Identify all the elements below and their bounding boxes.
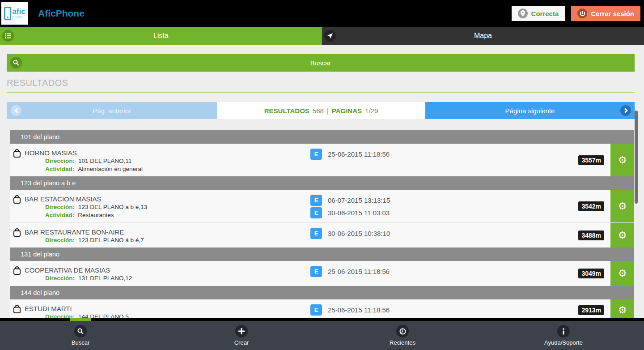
next-page-button[interactable]: Página siguiente: [425, 102, 635, 119]
location-status-label: Correcta: [531, 10, 559, 17]
nav-item-ayuda[interactable]: Ayuda/Soporte: [483, 321, 644, 350]
distance-badge: 3557m: [578, 155, 604, 165]
vertical-scrollbar[interactable]: [635, 111, 638, 204]
item-settings-button[interactable]: ⚙: [610, 261, 634, 286]
chevron-right-icon: [620, 105, 631, 116]
tab-lista-label: Lista: [0, 32, 322, 40]
pagination-bar: Pág. anterior RESULTADOS 568 | PAGINAS 1…: [7, 102, 635, 119]
footer-divider: [0, 318, 644, 321]
event-type-badge: E: [310, 304, 322, 316]
nav-item-crear[interactable]: Crear: [161, 321, 322, 350]
nav-label: Ayuda/Soporte: [544, 339, 583, 346]
search-bar[interactable]: Buscar: [7, 54, 635, 72]
establishment-name: BAR ESTACION MASIAS: [25, 195, 147, 203]
item-settings-button[interactable]: ⚙: [610, 144, 634, 176]
search-icon: [74, 325, 87, 337]
app-logo: afic phone: [1, 2, 28, 25]
event-type-badge: E: [310, 228, 322, 239]
event-type-badge: E: [310, 266, 322, 277]
chevron-left-icon: [11, 105, 21, 116]
gear-icon: ⚙: [618, 201, 627, 211]
event-datetime: 30-06-2015 10:38:10: [328, 230, 390, 237]
distance-badge: 3049m: [578, 269, 604, 278]
pages-label: PAGINAS: [332, 107, 362, 115]
event-type-badge: E: [310, 149, 322, 160]
shop-bag-icon: [13, 149, 21, 158]
group-header: 101 del plano: [10, 130, 634, 144]
gear-icon: ⚙: [618, 230, 627, 240]
establishment-name: HORNO MASIAS: [25, 149, 143, 157]
list-item[interactable]: COOPERATIVA DE MASIAS Dirección:131 DEL …: [10, 261, 634, 286]
shop-bag-icon: [13, 228, 21, 237]
prev-page-label: Pág. anterior: [7, 107, 217, 115]
item-settings-button[interactable]: ⚙: [610, 299, 634, 318]
nav-item-buscar[interactable]: Buscar: [0, 321, 161, 350]
group-header: 131 del plano: [10, 248, 634, 261]
tab-mapa-label: Mapa: [322, 32, 644, 40]
shop-bag-icon: [13, 266, 21, 275]
search-label: Buscar: [7, 59, 635, 67]
gear-icon: ⚙: [618, 269, 627, 278]
list-item[interactable]: HORNO MASIAS Dirección:101 DEL PLANO,11 …: [10, 144, 634, 176]
pagination-separator: |: [327, 107, 329, 115]
list-item[interactable]: BAR RESTAURANTE BON-AIRE Dirección:123 D…: [10, 222, 634, 248]
distance-badge: 2913m: [578, 305, 604, 315]
nav-label: Recientes: [390, 339, 415, 346]
location-pin-icon: [518, 9, 528, 18]
page-title: AficPhone: [38, 8, 512, 19]
event-datetime: 06-07-2015 13:13:15: [328, 196, 390, 204]
field-value: 101 DEL PLANO,11: [78, 158, 131, 164]
establishment-name: COOPERATIVA DE MASIAS: [25, 266, 132, 274]
pages-value: 1/29: [365, 107, 378, 115]
field-label: Dirección:: [45, 275, 75, 282]
results-heading: RESULTADOS: [7, 78, 635, 88]
power-icon: [577, 9, 587, 18]
field-label: Actividad:: [45, 166, 74, 172]
results-count-label: RESULTADOS: [264, 107, 309, 115]
nav-label: Buscar: [72, 339, 89, 346]
next-page-label: Página siguiente: [425, 107, 635, 115]
field-label: Dirección:: [45, 237, 75, 243]
clock-icon: [396, 325, 409, 337]
list-item[interactable]: BAR ESTACION MASIAS Dirección:123 DEL PL…: [10, 190, 634, 222]
bottom-navigation: Buscar Crear Recientes Ayuda/Soporte: [0, 321, 644, 350]
event-datetime: 30-06-2015 11:03:03: [328, 209, 390, 217]
field-label: Dirección:: [45, 158, 75, 164]
item-settings-button[interactable]: ⚙: [610, 190, 634, 222]
field-label: Dirección:: [45, 204, 75, 210]
event-datetime: 25-06-2015 11:18:56: [328, 268, 390, 275]
tab-mapa[interactable]: Mapa: [322, 27, 644, 45]
field-label: Actividad:: [45, 212, 74, 218]
gear-icon: ⚙: [618, 305, 627, 315]
view-tabs: Lista Mapa: [0, 27, 644, 45]
results-list: 101 del plano HORNO MASIAS Dirección:101…: [10, 130, 634, 318]
location-status-button[interactable]: Correcta: [512, 6, 565, 21]
event-datetime: 25-06-2015 11:18:56: [328, 150, 390, 158]
item-settings-button[interactable]: ⚙: [610, 223, 634, 248]
prev-page-button[interactable]: Pág. anterior: [7, 102, 217, 119]
field-value: 123 DEL PLANO a b e,13: [78, 204, 147, 210]
shop-bag-icon: [13, 305, 21, 313]
tab-lista[interactable]: Lista: [0, 27, 322, 45]
event-type-badge: E: [310, 207, 322, 218]
app-header: afic phone AficPhone Correcta Cerrar ses…: [0, 0, 644, 27]
logo-text-bottom: phone: [12, 15, 25, 19]
pagination-summary: RESULTADOS 568 | PAGINAS 1/29: [217, 102, 425, 119]
results-count-value: 568: [313, 107, 324, 115]
nav-item-recientes[interactable]: Recientes: [322, 321, 483, 350]
field-label: Dirección:: [45, 313, 75, 318]
distance-badge: 3542m: [578, 201, 604, 211]
shop-bag-icon: [13, 195, 21, 204]
logout-button[interactable]: Cerrar sesión: [571, 6, 640, 21]
field-value: 144 DEL PLANO,5: [78, 313, 129, 318]
establishment-name: BAR RESTAURANTE BON-AIRE: [25, 228, 144, 236]
field-value: Restaurantes: [78, 212, 114, 218]
event-type-badge: E: [310, 195, 322, 206]
distance-badge: 3488m: [578, 230, 604, 240]
field-value: 131 DEL PLANO,12: [78, 275, 132, 282]
plus-icon: [235, 325, 248, 337]
list-item[interactable]: ESTUDI MARTI Dirección:144 DEL PLANO,5 E…: [10, 299, 634, 318]
gear-icon: ⚙: [618, 155, 627, 165]
active-tab-indicator: [70, 318, 91, 321]
nav-label: Crear: [234, 339, 249, 346]
